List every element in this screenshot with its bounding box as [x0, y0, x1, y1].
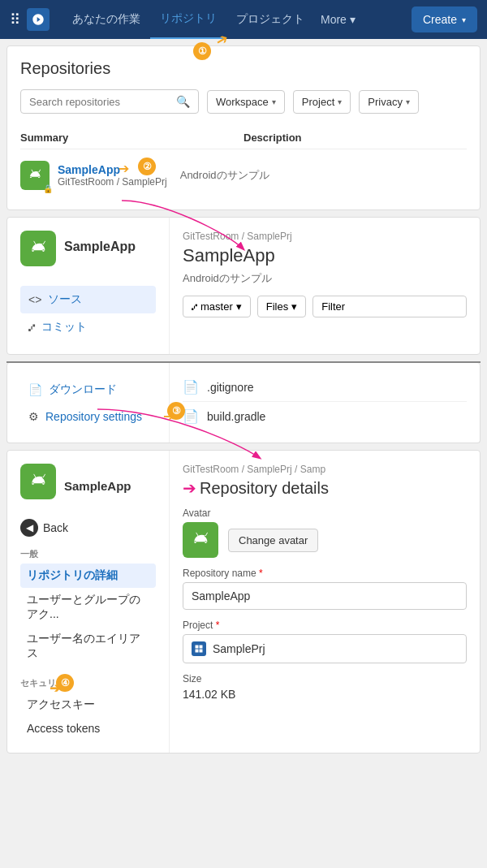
annotation-1: ①: [193, 42, 211, 60]
repo-name-input[interactable]: [183, 582, 467, 610]
section1-title: Repositories: [20, 59, 467, 78]
repositories-section: Repositories 🔍 Workspace ▾ Project ▾ Pri…: [6, 45, 481, 210]
project-badge: SamplePrj: [183, 634, 467, 663]
size-value: 141.02 KB: [183, 688, 467, 701]
branch-toolbar: ⑇ master ▾ Files ▾ Filter: [183, 296, 467, 317]
settings-title: Repository details: [200, 479, 329, 498]
size-label: Size: [183, 673, 467, 684]
sampleapp-section: SampleApp <> ソース ⑇ コミット GitTestRoom / Sa…: [6, 217, 481, 355]
settings-title-row: ➔ Repository details: [183, 478, 467, 498]
arrow-3: ➔: [163, 408, 174, 424]
repo-name-label: Repository name *: [183, 568, 467, 579]
avatar-label: Avatar: [183, 507, 467, 519]
commit-icon: ⑇: [28, 321, 35, 334]
branch-selector[interactable]: ⑇ master ▾: [183, 296, 251, 317]
source-icon: <>: [28, 293, 41, 306]
android-icon: [26, 166, 44, 184]
search-input[interactable]: [29, 96, 171, 108]
files-btn[interactable]: Files ▾: [257, 296, 306, 317]
create-arrow: ▾: [462, 15, 466, 24]
nav-logo[interactable]: [27, 8, 50, 31]
nav-access-tokens[interactable]: Access tokens: [20, 717, 156, 740]
nav-commit[interactable]: ⑇ コミット: [20, 313, 156, 341]
settings-layout: SampleApp ◀ Back 一般 リポジトリの詳細 ユーザーとグループのア…: [7, 451, 480, 753]
files-layout: 📄 ダウンロード ⚙ Repository settings ③ ➔ 📄 .gi…: [7, 363, 480, 443]
nav-access-key[interactable]: アクセスキー: [20, 693, 156, 717]
file-buildgradle[interactable]: 📄 build.gradle: [183, 402, 467, 430]
annotation-2: ②: [138, 158, 156, 175]
project-icon: [194, 644, 204, 654]
repo-toolbar: 🔍 Workspace ▾ Project ▾ Privacy ▾: [20, 89, 467, 114]
security-section-label: セキュリティ ④ ➔: [20, 677, 156, 689]
arrow-4: ➔: [50, 680, 60, 696]
workspace-filter[interactable]: Workspace ▾: [207, 90, 285, 114]
avatar-section: Change avatar: [183, 522, 467, 558]
repo-avatar: [20, 161, 50, 190]
pink-arrow-indicator: ➔: [183, 478, 196, 498]
settings-section: SampleApp ◀ Back 一般 リポジトリの詳細 ユーザーとグループのア…: [6, 450, 481, 754]
logo-icon: [32, 13, 45, 26]
project-badge-icon: [192, 641, 206, 656]
settings-sidebar-title: SampleApp: [64, 479, 131, 493]
nav-download[interactable]: 📄 ダウンロード: [20, 376, 156, 404]
file-gitignore[interactable]: 📄 .gitignore: [183, 373, 467, 402]
search-icon: 🔍: [176, 95, 190, 108]
arrow-2: ➔: [119, 161, 129, 176]
nav-user-alias[interactable]: ユーザー名のエイリアス: [20, 627, 156, 666]
create-button[interactable]: Create ▾: [412, 6, 477, 32]
file-icon-gradle: 📄: [183, 408, 199, 424]
nav-link-project[interactable]: プロジェクト: [226, 1, 314, 38]
repo-row[interactable]: SampleApp GitTestRoom / SamplePrj Androi…: [20, 154, 467, 196]
file-icon-gitignore: 📄: [183, 379, 199, 395]
android-avatar-icon: [189, 529, 212, 551]
change-avatar-btn[interactable]: Change avatar: [228, 529, 318, 552]
android-settings-icon: [27, 470, 50, 493]
avatar-icon: [183, 522, 218, 558]
files-sidebar: 📄 ダウンロード ⚙ Repository settings ③ ➔: [7, 363, 170, 443]
settings-sidebar: SampleApp ◀ Back 一般 リポジトリの詳細 ユーザーとグループのア…: [7, 451, 170, 753]
download-icon: 📄: [28, 383, 42, 396]
android-sidebar-icon: [27, 237, 50, 260]
nav-link-work[interactable]: あなたの作業: [62, 1, 150, 38]
project-label: Project *: [183, 620, 467, 631]
svg-rect-0: [196, 646, 199, 649]
svg-rect-3: [200, 650, 203, 653]
sidebar-header: SampleApp: [20, 231, 156, 274]
files-section: 📄 ダウンロード ⚙ Repository settings ③ ➔ 📄 .gi…: [6, 363, 481, 443]
app-main: GitTestRoom / SamplePrj SampleApp Androi…: [170, 218, 480, 354]
app-layout: SampleApp <> ソース ⑇ コミット GitTestRoom / Sa…: [7, 218, 480, 354]
privacy-filter[interactable]: Privacy ▾: [359, 90, 419, 114]
general-section-label: 一般: [20, 548, 156, 560]
svg-rect-1: [200, 646, 203, 649]
nav-source[interactable]: <> ソース: [20, 286, 156, 313]
settings-breadcrumb: GitTestRoom / SamplePrj / Samp: [183, 464, 467, 475]
filter-btn-main[interactable]: Filter: [312, 296, 467, 317]
grid-icon[interactable]: ⠿: [10, 11, 20, 28]
settings-main: GitTestRoom / SamplePrj / Samp ➔ Reposit…: [170, 451, 480, 753]
settings-sidebar-header: SampleApp: [20, 464, 156, 507]
search-box[interactable]: 🔍: [20, 89, 199, 114]
top-navigation: ⠿ あなたの作業 リポジトリ プロジェクト More ▾ Create ▾ ① …: [0, 0, 487, 39]
table-header: Summary Description: [20, 127, 467, 149]
app-sidebar: SampleApp <> ソース ⑇ コミット: [7, 218, 170, 354]
nav-repo-settings[interactable]: ⚙ Repository settings ③ ➔: [20, 404, 156, 430]
section1-content: Repositories 🔍 Workspace ▾ Project ▾ Pri…: [7, 46, 480, 209]
svg-rect-2: [196, 650, 199, 653]
project-filter[interactable]: Project ▾: [293, 90, 351, 114]
nav-more-btn[interactable]: More ▾: [314, 2, 362, 37]
back-btn[interactable]: ◀ Back: [20, 519, 156, 537]
sidebar-app-icon: [20, 231, 56, 266]
files-main: 📄 .gitignore 📄 build.gradle: [170, 363, 480, 443]
gear-icon: ⚙: [28, 410, 39, 423]
nav-repo-detail[interactable]: リポジトリの詳細: [20, 564, 156, 588]
nav-user-group[interactable]: ユーザーとグループのアク...: [20, 588, 156, 627]
settings-app-icon: [20, 464, 56, 499]
back-icon: ◀: [20, 519, 38, 537]
